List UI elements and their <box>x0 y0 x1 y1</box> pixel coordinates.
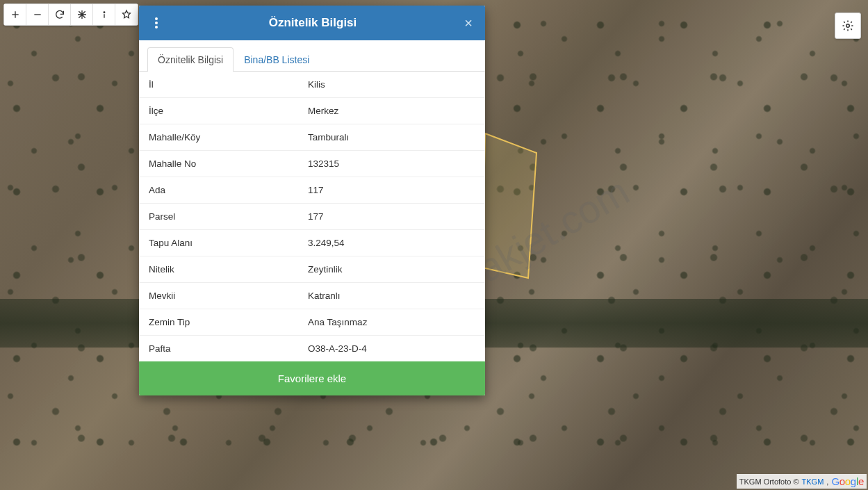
google-logo: Google <box>831 475 864 487</box>
table-row: MevkiiKatranlı <box>139 283 485 309</box>
table-row: NitelikZeytinlik <box>139 256 485 283</box>
star-icon <box>121 9 132 20</box>
attr-value: 132315 <box>298 151 485 177</box>
attr-key: Mevkii <box>139 283 298 309</box>
tab-attribute-info[interactable]: Öznitelik Bilgisi <box>147 47 234 72</box>
full-extent-button[interactable] <box>71 4 93 25</box>
tab-building-list[interactable]: Bina/BB Listesi <box>234 47 320 72</box>
attribution-prefix: TKGM Ortofoto © <box>739 477 799 486</box>
attr-value: 177 <box>298 204 485 230</box>
table-row: İlKilis <box>139 72 485 98</box>
attr-value: Zeytinlik <box>298 256 485 283</box>
attr-key: Mahalle No <box>139 151 298 177</box>
zoom-in-button[interactable] <box>4 4 26 25</box>
extent-icon <box>76 9 88 20</box>
attr-key: Zemin Tip <box>139 309 298 336</box>
attribution-suffix: , <box>826 477 828 486</box>
attr-key: Ada <box>139 177 298 204</box>
panel-menu-button[interactable] <box>149 17 164 29</box>
attr-value: Tamburalı <box>298 124 485 151</box>
info-button[interactable] <box>93 4 115 25</box>
attr-value: Ana Taşınmaz <box>298 309 485 336</box>
svg-point-8 <box>155 26 158 28</box>
table-row: Zemin TipAna Taşınmaz <box>139 309 485 336</box>
table-row: PaftaO38-A-23-D-4 <box>139 336 485 362</box>
attribute-table: İlKilis İlçeMerkez Mahalle/KöyTamburalı … <box>139 72 485 361</box>
map-attribution: TKGM Ortofoto © TKGM, Google <box>737 474 867 489</box>
table-row: Tapu Alanı3.249,54 <box>139 230 485 256</box>
gear-icon <box>842 19 854 32</box>
svg-point-3 <box>104 12 105 13</box>
panel-title: Öznitelik Bilgisi <box>164 16 461 30</box>
attr-value: O38-A-23-D-4 <box>298 336 485 362</box>
plus-icon <box>10 9 21 20</box>
attr-key: İlçe <box>139 98 298 124</box>
attr-value: 117 <box>298 177 485 204</box>
panel-close-button[interactable]: × <box>461 15 475 31</box>
attr-key: Mahalle/Köy <box>139 124 298 151</box>
attr-key: İl <box>139 72 298 98</box>
zoom-out-button[interactable] <box>26 4 49 25</box>
attr-value: Kilis <box>298 72 485 98</box>
minus-icon <box>32 9 43 20</box>
attr-key: Nitelik <box>139 256 298 283</box>
attr-value: Merkez <box>298 98 485 124</box>
add-favorite-button[interactable]: Favorilere ekle <box>139 361 485 395</box>
refresh-icon <box>54 9 65 20</box>
attr-key: Tapu Alanı <box>139 230 298 256</box>
attribute-info-panel: Öznitelik Bilgisi × Öznitelik Bilgisi Bi… <box>139 6 485 395</box>
map-toolbar <box>3 3 138 26</box>
svg-point-5 <box>846 24 850 28</box>
table-row: İlçeMerkez <box>139 98 485 124</box>
settings-button[interactable] <box>835 13 861 39</box>
table-row: Mahalle/KöyTamburalı <box>139 124 485 151</box>
favorites-button[interactable] <box>115 4 138 25</box>
attribution-link[interactable]: TKGM <box>802 477 824 486</box>
refresh-button[interactable] <box>49 4 71 25</box>
table-row: Parsel177 <box>139 204 485 230</box>
panel-header: Öznitelik Bilgisi × <box>139 6 485 40</box>
vertical-dots-icon <box>154 17 158 29</box>
attr-key: Parsel <box>139 204 298 230</box>
close-icon: × <box>464 15 473 31</box>
info-icon <box>99 9 110 20</box>
attr-value: 3.249,54 <box>298 230 485 256</box>
panel-tabs: Öznitelik Bilgisi Bina/BB Listesi <box>139 40 485 72</box>
svg-point-7 <box>155 22 158 24</box>
svg-point-6 <box>155 17 158 20</box>
attr-value: Katranlı <box>298 283 485 309</box>
table-row: Mahalle No132315 <box>139 151 485 177</box>
attr-key: Pafta <box>139 336 298 362</box>
table-row: Ada117 <box>139 177 485 204</box>
